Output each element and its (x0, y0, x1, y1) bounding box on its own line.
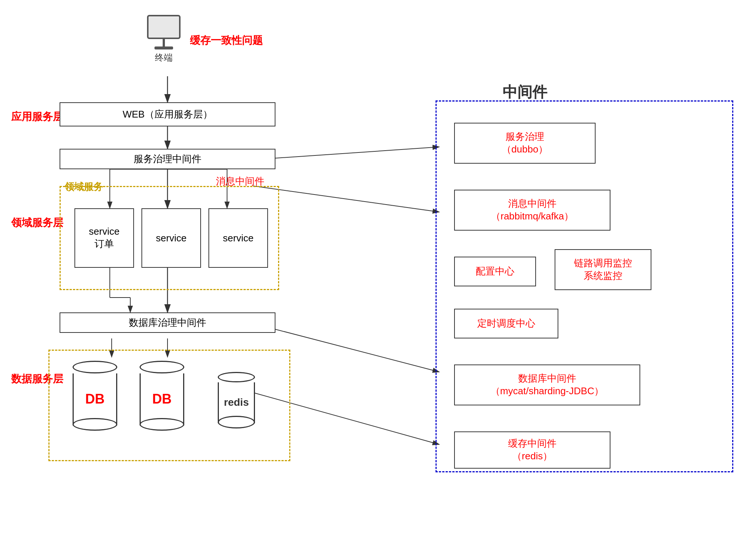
terminal-label: 终端 (155, 52, 173, 64)
mw-config-box: 配置中心 (454, 257, 536, 286)
monitor-base (154, 46, 173, 49)
terminal-monitor: 终端 (147, 15, 181, 64)
mw-db-box: 数据库中间件 （mycat/sharding-JDBC） (454, 364, 640, 405)
domain-service-layer-label: 领域服务层 (11, 216, 63, 230)
db2-top (140, 361, 184, 373)
service-box-1: service 订单 (74, 208, 134, 268)
mw-cache-box: 缓存中间件 （redis） (454, 431, 610, 469)
mw-message-box: 消息中间件 （rabbitmq/kafka） (454, 190, 610, 231)
service-box-2: service (141, 208, 201, 268)
service-box-3: service (208, 208, 268, 268)
domain-service-region-label: 领域服务 (64, 180, 103, 193)
db-cylinder-2: DB (140, 361, 184, 425)
monitor-screen (147, 15, 181, 39)
redis-bottom (218, 416, 255, 428)
diagram-container: 终端 缓存一致性问题 应用服务层 领域服务层 数据服务层 中间件 WEB（应用服… (0, 0, 756, 559)
mw-service-box: 服务治理 （dubbo） (454, 123, 596, 164)
db-cylinder-1: DB (73, 361, 117, 425)
app-service-layer-label: 应用服务层 (11, 110, 63, 124)
svg-line-17 (261, 147, 439, 159)
db1-body: DB (73, 373, 117, 425)
middleware-title: 中间件 (503, 82, 547, 102)
service-middleware-box: 服务治理中间件 (60, 149, 275, 169)
redis-top (218, 372, 255, 382)
db1-top (73, 361, 117, 373)
db2-body: DB (140, 373, 184, 425)
web-box: WEB（应用服务层） (60, 102, 275, 126)
redis-body: redis (218, 382, 255, 423)
redis-cylinder: redis (218, 372, 255, 423)
mw-chain-box: 链路调用监控 系统监控 (555, 249, 651, 290)
cache-issue-label: 缓存一致性问题 (190, 33, 263, 48)
mw-schedule-box: 定时调度中心 (454, 309, 558, 338)
db2-bottom (140, 418, 184, 431)
svg-line-18 (253, 186, 439, 212)
db1-bottom (73, 418, 117, 431)
db-middleware-box: 数据库治理中间件 (60, 312, 275, 333)
monitor-stand (163, 39, 165, 46)
